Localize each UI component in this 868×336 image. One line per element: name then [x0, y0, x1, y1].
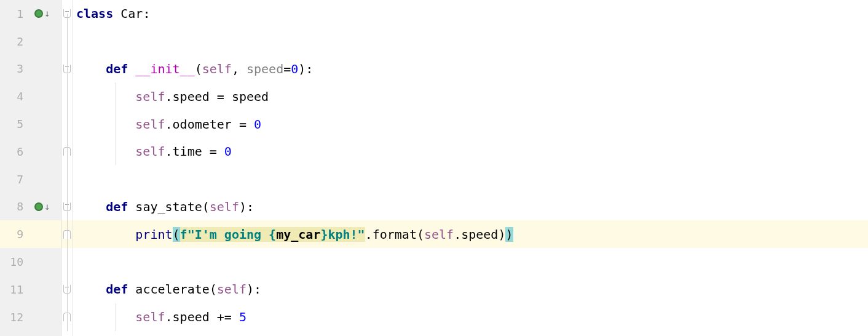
number: 0: [254, 117, 261, 132]
code-line[interactable]: class Car:: [73, 0, 868, 28]
line-number: 9: [0, 228, 26, 241]
self-ref: self: [135, 89, 165, 104]
op: +=: [210, 310, 239, 324]
gutter-row[interactable]: 6: [0, 138, 61, 166]
string: }kph!": [320, 227, 365, 242]
line-number: 3: [0, 62, 26, 75]
punct: ): [239, 199, 247, 214]
gutter-row[interactable]: 10: [0, 248, 61, 276]
indent: [76, 89, 135, 104]
gutter-row[interactable]: 1 ↓: [0, 0, 61, 28]
number: 0: [291, 62, 298, 76]
code-editor: 1 ↓ 2 3 4 5 6 7 8 ↓: [0, 0, 868, 336]
punct: =: [283, 62, 291, 76]
code-line[interactable]: self.speed += 5: [73, 303, 868, 331]
gutter: 1 ↓ 2 3 4 5 6 7 8 ↓: [0, 0, 61, 336]
self-ref: self: [135, 144, 165, 159]
code-line[interactable]: self.odometer = 0: [73, 110, 868, 138]
code-line-current[interactable]: print(f"I'm going {my_car}kph!".format(s…: [73, 220, 868, 248]
number: 0: [224, 144, 232, 159]
identifier: speed: [232, 89, 269, 104]
keyword: class: [76, 6, 120, 21]
indent: [76, 310, 135, 324]
punct: .: [165, 89, 173, 104]
code-line[interactable]: [73, 28, 868, 55]
line-number: 5: [0, 118, 26, 130]
function-name: accelerate: [135, 282, 209, 297]
gutter-row[interactable]: 3: [0, 55, 61, 83]
line-number: 8: [0, 200, 26, 213]
punct: :: [143, 6, 150, 21]
attr: speed: [173, 310, 210, 324]
punct: :: [254, 282, 261, 297]
string: "I'm going {: [187, 227, 277, 242]
punct: .: [365, 227, 373, 242]
matched-paren: (: [173, 227, 180, 242]
code-line[interactable]: [73, 166, 868, 193]
method: format: [373, 227, 417, 242]
gutter-row[interactable]: 4: [0, 82, 61, 110]
indent-guide: [116, 82, 116, 165]
run-gutter-icon[interactable]: ↓: [34, 202, 50, 212]
indent: [76, 227, 135, 242]
punct: .: [454, 227, 461, 242]
punct: :: [306, 62, 313, 76]
indent-guide: [116, 303, 116, 331]
line-number: 10: [0, 255, 26, 268]
keyword: def: [106, 199, 135, 214]
line-number: 12: [0, 311, 26, 324]
fstring-expr: my_car: [276, 227, 320, 242]
keyword: def: [106, 282, 135, 297]
class-name: Car: [120, 6, 143, 21]
gutter-row[interactable]: 2: [0, 28, 61, 55]
matched-paren: ): [505, 227, 513, 242]
code-line[interactable]: self.time = 0: [73, 138, 868, 166]
code-line[interactable]: [73, 248, 868, 276]
keyword: def: [106, 62, 135, 76]
self-ref: self: [424, 227, 454, 242]
attr: speed: [461, 227, 498, 242]
punct: ,: [232, 62, 247, 76]
number: 5: [239, 310, 247, 324]
code-line[interactable]: def accelerate(self):: [73, 276, 868, 303]
gutter-row[interactable]: 5: [0, 110, 61, 138]
attr: time: [173, 144, 202, 159]
down-arrow-icon: ↓: [44, 202, 50, 212]
gutter-row[interactable]: 11: [0, 276, 61, 303]
punct: ): [498, 227, 505, 242]
punct: ): [247, 282, 254, 297]
builtin: print: [135, 227, 172, 242]
self-param: self: [210, 199, 239, 214]
indent: [76, 199, 106, 214]
line-number: 4: [0, 90, 26, 103]
line-number: 11: [0, 283, 26, 296]
punct: .: [165, 144, 173, 159]
punct: (: [195, 62, 202, 76]
down-arrow-icon: ↓: [44, 9, 50, 18]
attr: speed: [173, 89, 210, 104]
self-ref: self: [135, 310, 165, 324]
code-area[interactable]: class Car: def __init__(self, speed=0): …: [73, 0, 868, 336]
line-number: 7: [0, 173, 26, 186]
op: =: [232, 117, 254, 132]
punct: (: [202, 199, 210, 214]
code-line[interactable]: def say_state(self):: [73, 193, 868, 221]
self-param: self: [202, 62, 232, 76]
gutter-row[interactable]: 12: [0, 303, 61, 331]
run-gutter-icon[interactable]: ↓: [34, 9, 50, 18]
indent: [76, 282, 106, 297]
punct: .: [165, 117, 173, 132]
indent: [76, 62, 106, 76]
code-line[interactable]: self.speed = speed: [73, 82, 868, 110]
op: =: [202, 144, 224, 159]
gutter-row[interactable]: 8 ↓: [0, 193, 61, 221]
run-circle-icon: [34, 9, 43, 18]
attr: odometer: [173, 117, 232, 132]
punct: .: [165, 310, 173, 324]
gutter-row[interactable]: 9: [0, 220, 61, 248]
line-number: 6: [0, 145, 26, 158]
gutter-row[interactable]: 7: [0, 166, 61, 193]
code-line[interactable]: def __init__(self, speed=0):: [73, 55, 868, 83]
punct: ): [298, 62, 306, 76]
line-number: 2: [0, 35, 26, 48]
